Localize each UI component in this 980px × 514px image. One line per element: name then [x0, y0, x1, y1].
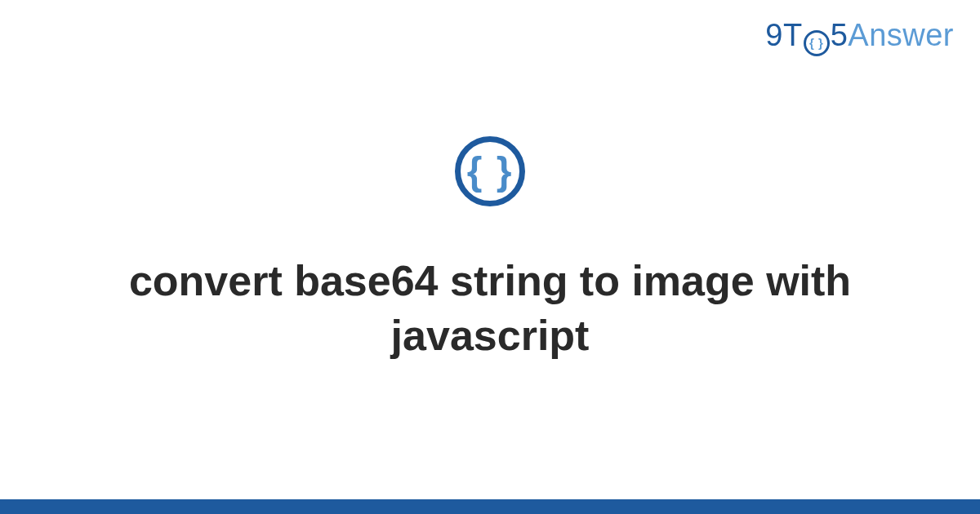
main-content: { } convert base64 string to image with … [0, 0, 980, 499]
page-title: convert base64 string to image with java… [98, 254, 882, 362]
code-braces-icon: { } [455, 136, 525, 206]
footer-accent-bar [0, 499, 980, 514]
braces-glyph: { } [467, 152, 514, 191]
